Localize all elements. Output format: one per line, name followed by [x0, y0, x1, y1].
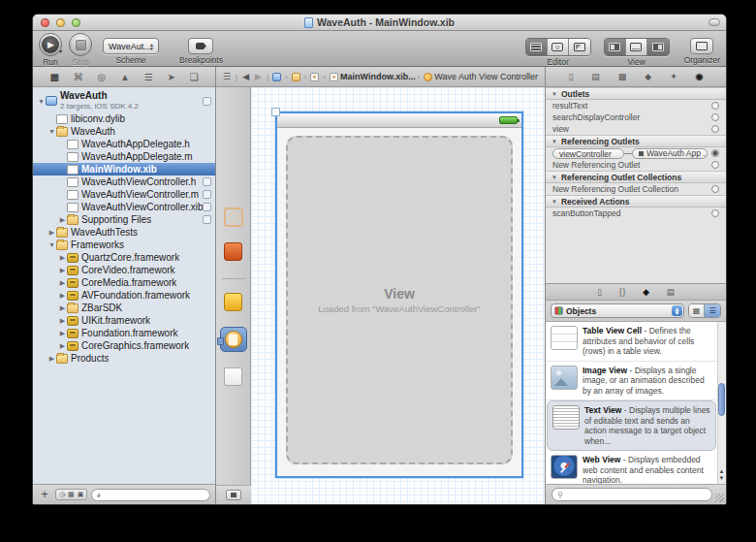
- tree-row[interactable]: ▼Frameworks: [33, 239, 215, 251]
- version-editor-button[interactable]: [569, 39, 590, 55]
- dock-collapse-button[interactable]: [226, 490, 241, 500]
- scrollbar-arrows[interactable]: ▲▼: [717, 468, 726, 482]
- ib-canvas[interactable]: View Loaded from “WaveAuthViewController…: [251, 87, 545, 504]
- library-scope-popup[interactable]: Objects ▲▼: [551, 303, 684, 318]
- breadcrumb-controller-icon[interactable]: [424, 73, 432, 81]
- files-owner-icon[interactable]: [224, 207, 243, 227]
- search-navigator-icon[interactable]: ◎: [97, 72, 106, 82]
- breadcrumb-xib-icon[interactable]: [330, 73, 338, 81]
- file-inspector-icon[interactable]: ▯: [568, 72, 573, 81]
- tree-row[interactable]: ▼WaveAuth: [33, 125, 215, 138]
- log-navigator-icon[interactable]: ❏: [190, 72, 199, 82]
- ib-main-window-selected[interactable]: View Loaded from “WaveAuthViewController…: [275, 112, 523, 478]
- connection-well-filled[interactable]: [711, 149, 719, 157]
- project-navigator-icon[interactable]: ▩: [49, 72, 58, 82]
- scheme-popup[interactable]: WaveAut... ▲▼: [103, 38, 159, 54]
- breadcrumb-file-name[interactable]: MainWindow.xib...: [340, 72, 416, 81]
- breadcrumb-group-icon[interactable]: [292, 73, 300, 81]
- tree-row[interactable]: ▶QuartzCore.framework: [33, 251, 215, 264]
- connection-row[interactable]: viewControllerWaveAuth App ...: [546, 147, 726, 159]
- disclosure-triangle[interactable]: ▼: [47, 241, 56, 248]
- library-search-field[interactable]: ⚲: [551, 488, 712, 501]
- disclosure-triangle[interactable]: ▶: [58, 216, 67, 224]
- library-item[interactable]: Image View - Displays a single image, or…: [546, 362, 717, 401]
- breadcrumb-file-icon[interactable]: [310, 73, 319, 81]
- symbol-navigator-icon[interactable]: ⌘: [74, 72, 83, 82]
- library-scrollbar[interactable]: ▲▼: [717, 322, 726, 484]
- breakpoints-button[interactable]: [188, 38, 213, 54]
- connection-source-pill[interactable]: viewController: [552, 148, 624, 159]
- connection-well[interactable]: [711, 125, 719, 133]
- assistant-editor-button[interactable]: ⊙: [548, 39, 569, 55]
- disclosure-triangle[interactable]: ▶: [58, 330, 67, 337]
- connection-target-pill[interactable]: WaveAuth App ...: [632, 148, 708, 159]
- object-library-icon[interactable]: ◈: [643, 287, 649, 297]
- code-snippet-library-icon[interactable]: { }: [619, 287, 625, 297]
- tree-row[interactable]: WaveAuthAppDelegate.m: [33, 150, 215, 163]
- tree-row[interactable]: WaveAuthViewController.xib: [33, 201, 215, 213]
- connections-section-header[interactable]: ▼Referencing Outlet Collections: [546, 171, 726, 183]
- disclosure-triangle[interactable]: ▶: [58, 279, 67, 287]
- tree-row[interactable]: ▶ZBarSDK: [33, 302, 215, 314]
- related-items-menu-icon[interactable]: ☰: [223, 72, 231, 81]
- toggle-navigator-button[interactable]: [605, 39, 626, 55]
- titlebar[interactable]: WaveAuth - MainWindow.xib: [33, 15, 726, 31]
- forward-button[interactable]: ▶: [255, 72, 262, 81]
- app-delegate-object-icon[interactable]: [224, 293, 242, 311]
- media-library-icon[interactable]: ▤: [667, 287, 675, 297]
- disclosure-triangle[interactable]: ▶: [58, 342, 67, 350]
- tree-row[interactable]: ▶UIKit.framework: [33, 314, 215, 327]
- connection-well[interactable]: [711, 209, 719, 217]
- connection-well[interactable]: [711, 113, 719, 121]
- tree-row[interactable]: WaveAuthAppDelegate.h: [33, 138, 215, 150]
- connections-section-header[interactable]: ▼Outlets: [546, 87, 726, 100]
- disclosure-triangle[interactable]: ▶: [47, 229, 56, 237]
- grid-view-button[interactable]: ▦: [689, 304, 705, 317]
- tree-row[interactable]: ▶Foundation.framework: [33, 327, 215, 339]
- disclosure-triangle[interactable]: ▶: [58, 317, 67, 325]
- standard-editor-button[interactable]: [526, 39, 548, 55]
- connections-inspector-icon[interactable]: ◉: [696, 72, 704, 81]
- disclosure-triangle[interactable]: ▶: [58, 292, 67, 300]
- breadcrumb-project-icon[interactable]: [272, 73, 281, 81]
- tree-row[interactable]: ▶Products: [33, 352, 215, 365]
- breadcrumb-controller-name[interactable]: Wave Auth View Controller: [434, 72, 538, 81]
- add-button[interactable]: +: [38, 488, 51, 501]
- connection-row[interactable]: New Referencing Outlet: [546, 159, 726, 171]
- list-view-button[interactable]: ☰: [705, 304, 720, 317]
- window-object-icon[interactable]: [224, 367, 242, 386]
- navigator-filter-field[interactable]: ◕: [91, 489, 210, 501]
- disclosure-triangle[interactable]: ▼: [37, 98, 46, 105]
- connection-row[interactable]: resultText: [546, 100, 726, 112]
- library-item[interactable]: Text View - Displays multiple lines of e…: [547, 400, 716, 451]
- connection-well[interactable]: [711, 161, 719, 169]
- connection-well[interactable]: [711, 185, 719, 193]
- first-responder-icon[interactable]: [224, 242, 242, 261]
- stop-button[interactable]: [69, 33, 92, 56]
- view-controller-object-selected[interactable]: [220, 327, 247, 352]
- connection-well[interactable]: [711, 102, 719, 110]
- tree-row[interactable]: ▶Supporting Files: [33, 213, 215, 226]
- connection-row[interactable]: view: [546, 123, 726, 135]
- resize-grip[interactable]: [715, 494, 724, 502]
- connections-section-header[interactable]: ▼Referencing Outlets: [546, 135, 726, 147]
- disclosure-triangle[interactable]: ▶: [58, 267, 67, 274]
- tree-row[interactable]: MainWindow.xib: [33, 163, 215, 175]
- filter-scope-buttons[interactable]: ◷ ▩ ▣: [55, 489, 87, 500]
- tree-row[interactable]: ▶CoreMedia.framework: [33, 276, 215, 289]
- tree-row[interactable]: WaveAuthViewController.h: [33, 175, 215, 188]
- tree-row[interactable]: ▶CoreVideo.framework: [33, 264, 215, 276]
- file-template-library-icon[interactable]: ▯: [597, 287, 602, 297]
- disclosure-triangle[interactable]: ▼: [47, 128, 56, 135]
- quick-help-inspector-icon[interactable]: ▤: [591, 72, 600, 81]
- identity-inspector-icon[interactable]: ▩: [618, 72, 627, 81]
- connection-row[interactable]: New Referencing Outlet Collection: [546, 183, 726, 195]
- library-item[interactable]: Table View Cell - Defines the attributes…: [546, 322, 717, 362]
- toggle-debug-area-button[interactable]: [626, 39, 647, 55]
- selection-handle[interactable]: [271, 108, 280, 116]
- size-inspector-icon[interactable]: ✦: [670, 72, 677, 81]
- disclosure-triangle[interactable]: ▶: [58, 254, 67, 262]
- back-button[interactable]: ◀: [242, 72, 249, 81]
- connection-row[interactable]: searchDisplayController: [546, 112, 726, 123]
- tree-row[interactable]: ▶WaveAuthTests: [33, 226, 215, 239]
